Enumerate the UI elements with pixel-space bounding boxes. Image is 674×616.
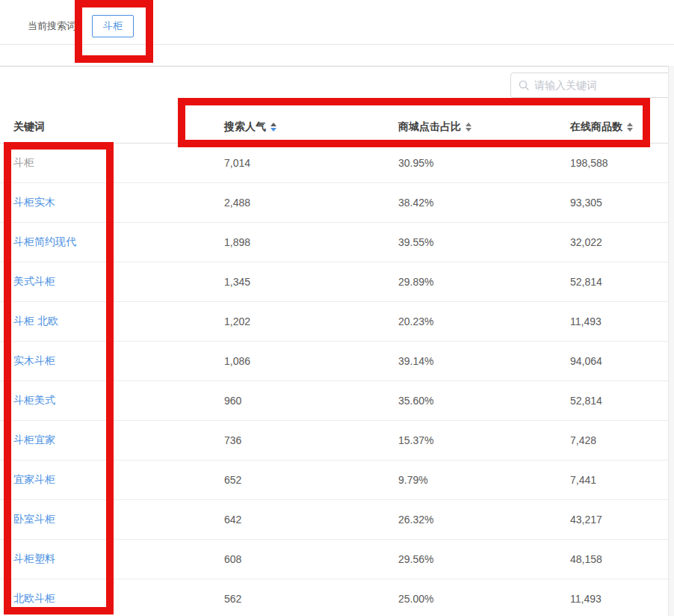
table-row: 斗柜美式 960 35.60% 52,814 bbox=[0, 381, 674, 421]
cell-online-products: 43,217 bbox=[570, 514, 674, 526]
cell-search-popularity: 1,898 bbox=[224, 236, 398, 248]
cell-search-popularity: 562 bbox=[224, 593, 398, 605]
column-header-mall-click-ratio[interactable]: 商城点击占比 bbox=[398, 120, 570, 134]
cell-mall-click-ratio: 15.37% bbox=[398, 434, 570, 446]
current-search-label: 当前搜索词： bbox=[28, 19, 86, 33]
table-row: 斗柜简约现代 1,898 39.55% 32,022 bbox=[0, 223, 674, 262]
cell-mall-click-ratio: 39.55% bbox=[398, 236, 570, 248]
cell-mall-click-ratio: 30.95% bbox=[398, 157, 570, 169]
cell-mall-click-ratio: 39.14% bbox=[398, 355, 570, 367]
cell-mall-click-ratio: 35.60% bbox=[398, 395, 570, 407]
keyword-link[interactable]: 实木斗柜 bbox=[13, 354, 55, 366]
cell-search-popularity: 736 bbox=[224, 434, 398, 446]
table-header-row: 关键词 搜索人气 商城点击占比 在线商品数 bbox=[0, 111, 674, 144]
table-row: 斗柜 7,014 30.95% 198,588 bbox=[0, 144, 674, 183]
keyword-link[interactable]: 斗柜美式 bbox=[13, 394, 55, 406]
table-row: 斗柜 北欧 1,202 20.23% 11,493 bbox=[0, 302, 674, 342]
table-row: 北欧斗柜 562 25.00% 11,493 bbox=[0, 579, 674, 616]
cell-mall-click-ratio: 26.32% bbox=[398, 514, 570, 526]
keyword-link[interactable]: 斗柜实木 bbox=[13, 196, 55, 208]
table-row: 宜家斗柜 652 9.79% 7,441 bbox=[0, 461, 674, 500]
cell-online-products: 7,441 bbox=[570, 474, 674, 486]
cell-search-popularity: 7,014 bbox=[224, 157, 398, 169]
cell-mall-click-ratio: 25.00% bbox=[398, 593, 570, 605]
cell-search-popularity: 960 bbox=[224, 395, 398, 407]
keyword-link[interactable]: 北欧斗柜 bbox=[13, 592, 55, 604]
cell-online-products: 11,493 bbox=[570, 315, 674, 327]
search-input[interactable] bbox=[534, 79, 674, 91]
cell-online-products: 11,493 bbox=[570, 593, 674, 605]
keyword-search-box[interactable] bbox=[510, 73, 674, 98]
cell-mall-click-ratio: 20.23% bbox=[398, 315, 570, 327]
keyword-link[interactable]: 斗柜塑料 bbox=[13, 552, 55, 564]
keyword-link[interactable]: 斗柜 北欧 bbox=[13, 315, 58, 327]
cell-online-products: 93,305 bbox=[570, 197, 674, 209]
cell-search-popularity: 2,488 bbox=[224, 197, 398, 209]
section-divider bbox=[0, 66, 674, 67]
cell-search-popularity: 1,086 bbox=[224, 355, 398, 367]
cell-mall-click-ratio: 29.89% bbox=[398, 276, 570, 288]
table-row: 斗柜实木 2,488 38.42% 93,305 bbox=[0, 183, 674, 223]
sort-icon-online-products[interactable] bbox=[627, 123, 633, 132]
cell-search-popularity: 1,345 bbox=[224, 276, 398, 288]
sort-icon-search-popularity[interactable] bbox=[270, 123, 276, 132]
keyword-table: 关键词 搜索人气 商城点击占比 在线商品数 斗柜 7,014 30.95% 19… bbox=[0, 111, 674, 616]
cell-search-popularity: 1,202 bbox=[224, 315, 398, 327]
cell-mall-click-ratio: 29.56% bbox=[398, 553, 570, 565]
table-body: 斗柜 7,014 30.95% 198,588 斗柜实木 2,488 38.42… bbox=[0, 144, 674, 616]
cell-mall-click-ratio: 9.79% bbox=[398, 474, 570, 486]
cell-online-products: 7,428 bbox=[570, 434, 674, 446]
scrollbar-track[interactable] bbox=[668, 66, 674, 616]
keyword-link[interactable]: 卧室斗柜 bbox=[13, 513, 55, 525]
cell-search-popularity: 642 bbox=[224, 514, 398, 526]
current-search-tag[interactable]: 斗柜 bbox=[92, 15, 134, 37]
cell-search-popularity: 608 bbox=[224, 553, 398, 565]
table-row: 美式斗柜 1,345 29.89% 52,814 bbox=[0, 262, 674, 302]
keyword-analytics-page: 当前搜索词： 斗柜 关键词 搜索人气 商城点击占比 在线商品数 bbox=[0, 0, 674, 616]
cell-online-products: 52,814 bbox=[570, 276, 674, 288]
table-row: 卧室斗柜 642 26.32% 43,217 bbox=[0, 500, 674, 540]
cell-online-products: 198,588 bbox=[570, 157, 674, 169]
keyword-link[interactable]: 宜家斗柜 bbox=[13, 473, 55, 485]
sort-icon-mall-click-ratio[interactable] bbox=[466, 123, 472, 132]
cell-mall-click-ratio: 38.42% bbox=[398, 197, 570, 209]
keyword-link[interactable]: 斗柜宜家 bbox=[13, 434, 55, 446]
column-header-keyword: 关键词 bbox=[0, 120, 224, 134]
cell-online-products: 32,022 bbox=[570, 236, 674, 248]
table-row: 斗柜塑料 608 29.56% 48,158 bbox=[0, 540, 674, 579]
cell-online-products: 48,158 bbox=[570, 553, 674, 565]
current-search-bar: 当前搜索词： 斗柜 bbox=[0, 7, 674, 45]
column-header-search-popularity[interactable]: 搜索人气 bbox=[224, 120, 398, 134]
keyword-link[interactable]: 斗柜简约现代 bbox=[13, 235, 76, 247]
cell-online-products: 94,064 bbox=[570, 355, 674, 367]
keyword-link: 斗柜 bbox=[13, 156, 34, 168]
cell-search-popularity: 652 bbox=[224, 474, 398, 486]
table-row: 实木斗柜 1,086 39.14% 94,064 bbox=[0, 342, 674, 381]
search-icon bbox=[519, 80, 529, 90]
table-row: 斗柜宜家 736 15.37% 7,428 bbox=[0, 421, 674, 461]
cell-online-products: 52,814 bbox=[570, 395, 674, 407]
keyword-link[interactable]: 美式斗柜 bbox=[13, 275, 55, 287]
column-header-online-products[interactable]: 在线商品数 bbox=[570, 120, 674, 134]
